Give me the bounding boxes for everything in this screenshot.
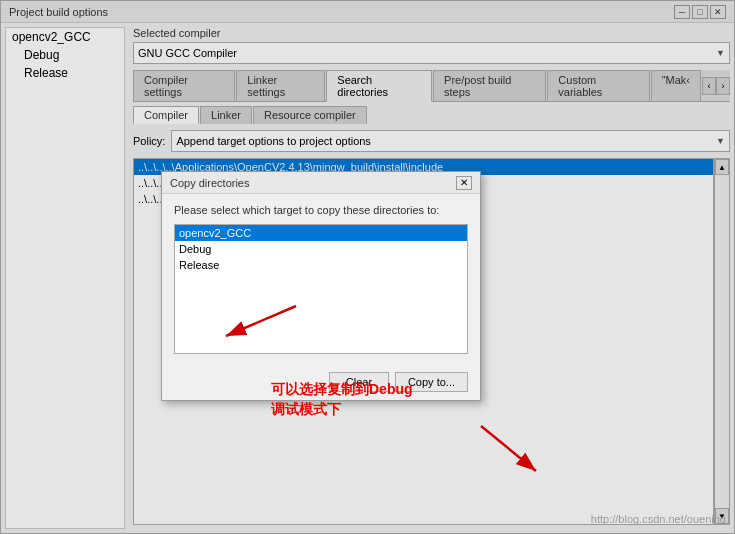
modal-title: Copy directories [170,177,249,189]
red-arrow-annotation [196,296,316,356]
modal-close-button[interactable]: ✕ [456,176,472,190]
svg-line-3 [481,426,536,471]
copy-directories-modal: Copy directories ✕ Please select which t… [161,171,481,401]
modal-list-item-debug[interactable]: Debug [175,241,467,257]
modal-list-item-opencv[interactable]: opencv2_GCC [175,225,467,241]
chinese-annotation-line1: 可以选择复制到Debug [271,381,413,399]
svg-line-1 [226,306,296,336]
modal-list-item-release[interactable]: Release [175,257,467,273]
watermark: http://blog.csdn.net/ouening [591,513,726,525]
modal-prompt: Please select which target to copy these… [174,204,468,216]
chinese-annotation-line2: 调试模式下 [271,401,341,419]
red-arrow-copy-annotation [451,416,571,486]
modal-title-bar: Copy directories ✕ [162,172,480,194]
